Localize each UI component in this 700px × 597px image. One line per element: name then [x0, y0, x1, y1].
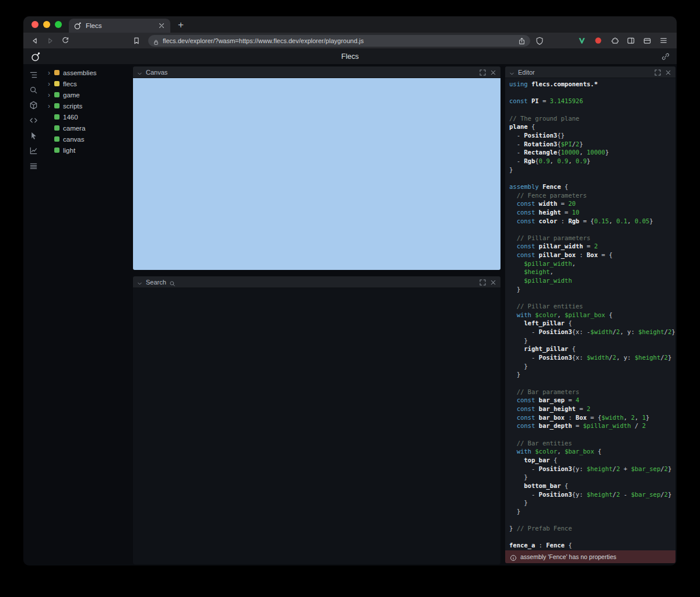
search-icon: [169, 279, 176, 285]
entity-color-square: [54, 92, 60, 97]
search-panel-header: Search: [133, 276, 501, 288]
entity-color-square: [54, 148, 60, 153]
extensions-puzzle-icon[interactable]: [610, 36, 620, 45]
collapse-chevron-icon[interactable]: [136, 69, 143, 75]
editor-panel-title: Editor: [518, 69, 535, 76]
new-tab-button[interactable]: +: [174, 19, 188, 33]
code-lines[interactable]: using flecs.components.* const PI = 3.14…: [505, 78, 676, 550]
tree-item-flecs[interactable]: ›flecs: [44, 78, 131, 89]
entity-color-square: [54, 114, 60, 120]
traffic-lights: [23, 21, 69, 33]
cursor-rail-icon[interactable]: [27, 129, 40, 141]
tree-item-label: 1460: [63, 114, 78, 121]
canvas-panel: Canvas: [133, 66, 501, 270]
side-panel-icon[interactable]: [626, 36, 636, 45]
entity-color-square: [54, 103, 60, 108]
tree-item-label: assemblies: [63, 69, 97, 76]
address-bar[interactable]: flecs.dev/explorer/?wasm=https://www.fle…: [148, 35, 530, 47]
entity-color-square: [54, 70, 60, 75]
cube-rail-icon[interactable]: [27, 99, 40, 111]
tree-item-label: camera: [63, 125, 85, 132]
close-panel-icon[interactable]: [489, 68, 497, 76]
shield-icon[interactable]: [534, 35, 545, 47]
wallet-icon[interactable]: [642, 36, 652, 45]
tab-title: Flecs: [86, 22, 153, 29]
search-panel-title: Search: [146, 279, 166, 286]
canvas-panel-title: Canvas: [146, 69, 167, 76]
page-title: Flecs: [23, 52, 677, 61]
code-rail-icon[interactable]: [27, 114, 40, 126]
forward-button[interactable]: [44, 35, 56, 47]
menu-icon[interactable]: [659, 36, 668, 45]
tree-item-1460[interactable]: 1460: [44, 111, 131, 122]
entity-tree: ›assemblies›flecs›game›scripts1460camera…: [44, 64, 131, 566]
tree-item-game[interactable]: ›game: [44, 89, 131, 100]
expand-arrow-icon[interactable]: ›: [48, 92, 54, 99]
close-window-button[interactable]: [32, 21, 38, 28]
search-rail-icon[interactable]: [27, 84, 40, 96]
tree-item-canvas[interactable]: canvas: [44, 134, 131, 145]
expand-arrow-icon[interactable]: ›: [48, 69, 54, 76]
close-panel-icon[interactable]: [489, 278, 497, 286]
zoom-window-button[interactable]: [55, 21, 62, 28]
vue-devtools-icon[interactable]: [577, 36, 587, 45]
lock-icon: [153, 37, 159, 44]
tree-rail-icon[interactable]: [27, 69, 40, 80]
bookmark-icon[interactable]: [131, 35, 142, 47]
tree-item-camera[interactable]: camera: [44, 122, 131, 134]
search-panel: Search: [133, 276, 501, 564]
flecs-favicon-icon: [74, 22, 82, 30]
entity-color-square: [54, 81, 60, 86]
browser-toolbar: flecs.dev/explorer/?wasm=https://www.fle…: [23, 33, 677, 48]
error-bar: assembly 'Fence' has no properties: [505, 550, 676, 563]
extensions-cluster: [577, 36, 671, 45]
chart-rail-icon[interactable]: [27, 145, 40, 156]
collapse-chevron-icon[interactable]: [509, 69, 515, 75]
tree-item-label: flecs: [63, 80, 77, 87]
info-icon: [510, 553, 517, 560]
tree-item-label: game: [63, 92, 80, 99]
expand-panel-icon[interactable]: [479, 68, 487, 76]
page-header: Flecs: [23, 48, 677, 64]
search-results-area[interactable]: [133, 288, 501, 564]
tab-close-icon[interactable]: [158, 22, 166, 30]
minimize-window-button[interactable]: [43, 21, 50, 28]
canvas-panel-header: Canvas: [133, 66, 501, 78]
entity-color-square: [54, 136, 60, 142]
expand-arrow-icon[interactable]: ›: [48, 103, 54, 110]
entity-color-square: [54, 125, 60, 131]
editor-panel-header: Editor: [505, 66, 676, 78]
icon-rail: [23, 64, 44, 566]
app-content: ›assemblies›flecs›game›scripts1460camera…: [23, 64, 677, 566]
expand-panel-icon[interactable]: [479, 278, 487, 286]
browser-tab[interactable]: Flecs: [69, 19, 170, 33]
back-button[interactable]: [29, 35, 41, 47]
expand-panel-icon[interactable]: [654, 68, 662, 76]
link-icon[interactable]: [662, 52, 670, 61]
browser-window: Flecs + flecs.dev/explorer/?wasm=https:/…: [23, 16, 677, 566]
tab-strip: Flecs +: [23, 16, 677, 33]
tree-item-label: light: [63, 147, 75, 154]
tree-item-label: scripts: [63, 103, 82, 110]
render-canvas[interactable]: [133, 78, 501, 270]
close-panel-icon[interactable]: [664, 68, 672, 76]
record-extension-icon[interactable]: [593, 36, 603, 45]
url-text: flecs.dev/explorer/?wasm=https://www.fle…: [163, 37, 514, 44]
expand-arrow-icon[interactable]: ›: [48, 80, 54, 87]
tree-item-light[interactable]: light: [44, 145, 131, 156]
collapse-chevron-icon[interactable]: [136, 279, 143, 285]
editor-panel: Editor using flecs.components.* const PI…: [505, 66, 676, 563]
error-message: assembly 'Fence' has no properties: [520, 553, 617, 560]
tree-item-scripts[interactable]: ›scripts: [44, 100, 131, 111]
screen: Flecs + flecs.dev/explorer/?wasm=https:/…: [0, 0, 700, 597]
tree-item-assemblies[interactable]: ›assemblies: [44, 67, 131, 78]
share-icon[interactable]: [518, 37, 526, 44]
reload-button[interactable]: [60, 35, 71, 47]
tree-item-label: canvas: [63, 136, 84, 143]
rows-rail-icon[interactable]: [27, 160, 40, 171]
